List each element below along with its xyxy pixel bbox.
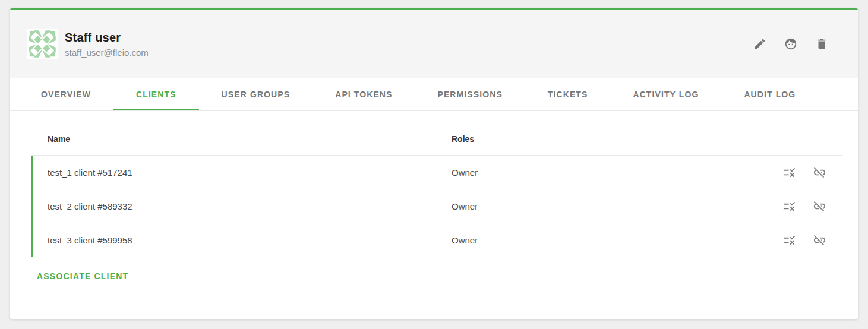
impersonate-user-button[interactable]	[784, 37, 797, 50]
tab-clients[interactable]: CLIENTS	[113, 78, 199, 110]
table-row: test_2 client #589332 Owner	[31, 189, 842, 223]
tab-tickets[interactable]: TICKETS	[525, 78, 611, 110]
tab-api-tokens[interactable]: API TOKENS	[313, 78, 415, 110]
clients-table: Name Roles test_1 client #517241 Owner	[31, 123, 842, 257]
row-actions	[782, 233, 842, 247]
trash-icon	[815, 43, 828, 52]
unassociate-client-button[interactable]	[813, 233, 826, 247]
tab-user-groups[interactable]: USER GROUPS	[199, 78, 313, 110]
user-info: Staff user staff_user@fleio.com	[65, 31, 149, 58]
user-header: Staff user staff_user@fleio.com	[10, 10, 858, 78]
face-icon	[784, 43, 797, 52]
unassociate-client-button[interactable]	[813, 200, 826, 213]
unassociate-client-button[interactable]	[813, 166, 826, 179]
rule-icon	[782, 206, 796, 215]
link-off-icon	[813, 206, 826, 215]
table-row: test_3 client #599958 Owner	[31, 223, 842, 257]
tab-bar: OVERVIEW CLIENTS USER GROUPS API TOKENS …	[10, 78, 858, 111]
avatar	[27, 29, 58, 59]
tab-activity-log[interactable]: ACTIVITY LOG	[610, 78, 721, 110]
client-role: Owner	[452, 167, 782, 178]
delete-user-button[interactable]	[815, 37, 828, 50]
row-actions	[782, 200, 842, 213]
client-name: test_2 client #589332	[48, 201, 452, 211]
user-detail-card: Staff user staff_user@fleio.com OVER	[10, 8, 858, 319]
client-role: Owner	[452, 201, 782, 211]
table-row: test_1 client #517241 Owner	[31, 156, 842, 189]
link-off-icon	[813, 172, 826, 181]
edit-roles-button[interactable]	[782, 200, 796, 213]
associate-client-button[interactable]: ASSOCIATE CLIENT	[37, 271, 128, 281]
header-actions	[753, 37, 828, 50]
edit-user-button[interactable]	[753, 37, 766, 50]
rule-icon	[782, 172, 796, 181]
tab-audit-log[interactable]: AUDIT LOG	[721, 78, 818, 110]
tab-overview[interactable]: OVERVIEW	[18, 78, 113, 110]
client-name: test_3 client #599958	[48, 235, 452, 245]
rule-icon	[782, 240, 796, 249]
link-off-icon	[813, 240, 826, 249]
client-name: test_1 client #517241	[48, 167, 452, 178]
client-role: Owner	[452, 235, 782, 245]
row-actions	[782, 166, 842, 179]
column-header-roles: Roles	[452, 134, 842, 144]
edit-roles-button[interactable]	[782, 233, 796, 247]
edit-roles-button[interactable]	[782, 166, 796, 179]
user-email: staff_user@fleio.com	[65, 48, 149, 58]
column-header-name: Name	[48, 134, 452, 144]
table-header-row: Name Roles	[31, 123, 842, 156]
pencil-icon	[753, 43, 766, 52]
tab-permissions[interactable]: PERMISSIONS	[415, 78, 525, 110]
page-title: Staff user	[65, 31, 149, 45]
